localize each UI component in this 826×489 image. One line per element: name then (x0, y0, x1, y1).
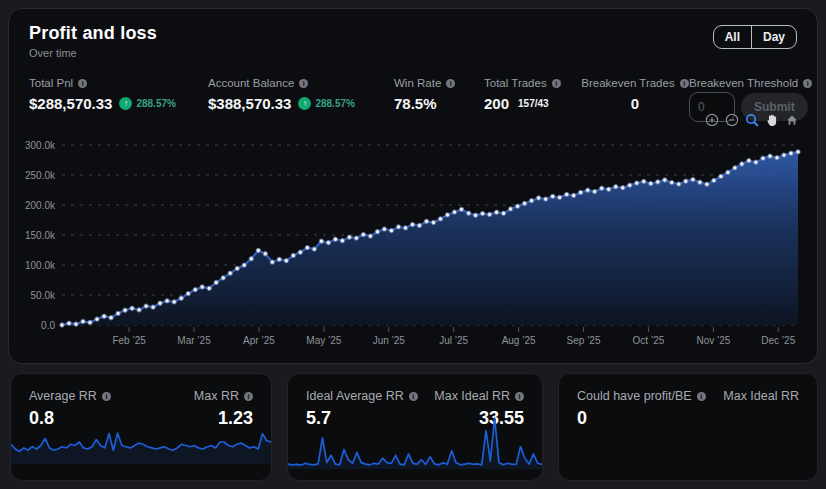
svg-text:Jul ’25: Jul ’25 (439, 335, 468, 346)
card-ideal-average-rr: Ideal Average RR 5.7 Max Ideal RR 33.55 (287, 373, 543, 481)
svg-text:250.0k: 250.0k (25, 170, 56, 181)
info-icon[interactable] (102, 392, 111, 401)
arrow-up-icon: ↑ (298, 97, 311, 110)
card-label-ideal-average-rr: Ideal Average RR (306, 389, 404, 403)
svg-text:May ’25: May ’25 (306, 335, 341, 346)
info-icon[interactable] (680, 79, 689, 88)
card-label-max-ideal-rr: Max Ideal RR (434, 389, 510, 403)
stat-total-trades: Total Trades 200 157/43 (484, 77, 561, 112)
pnl-change-badge: ↑ 288.57% (119, 97, 175, 110)
info-icon[interactable] (78, 79, 87, 88)
pnl-chart[interactable]: 300.0k250.0k200.0k150.0k100.0k50.0k0.0Fe… (21, 135, 802, 351)
svg-text:0.0: 0.0 (41, 320, 55, 331)
zoom-in-icon[interactable] (705, 113, 719, 127)
stat-value-breakeven-trades: 0 (631, 95, 639, 112)
stat-label-total-trades: Total Trades (484, 77, 547, 89)
selection-zoom-icon[interactable] (745, 113, 759, 127)
zoom-out-icon[interactable] (725, 113, 739, 127)
info-icon[interactable] (515, 392, 524, 401)
info-icon[interactable] (446, 79, 455, 88)
svg-text:Nov ’25: Nov ’25 (696, 335, 730, 346)
balance-change-percent: 288.57% (315, 98, 354, 109)
info-icon[interactable] (697, 392, 706, 401)
card-label-max-rr: Max RR (194, 389, 239, 403)
stat-label-breakeven-threshold: Breakeven Threshold (689, 77, 798, 89)
svg-text:Apr ’25: Apr ’25 (243, 335, 275, 346)
stat-account-balance: Account Balance $388,570.33 ↑ 288.57% (208, 77, 355, 112)
reset-home-icon[interactable] (785, 113, 799, 127)
stat-label-account-balance: Account Balance (208, 77, 294, 89)
svg-text:Mar ’25: Mar ’25 (177, 335, 211, 346)
svg-text:Jun ’25: Jun ’25 (373, 335, 406, 346)
info-icon[interactable] (299, 79, 308, 88)
range-day-button[interactable]: Day (751, 26, 796, 48)
card-could-have-profit: Could have profit/BE 0 Max Ideal RR (558, 373, 818, 481)
pnl-chart-svg[interactable]: 300.0k250.0k200.0k150.0k100.0k50.0k0.0Fe… (21, 135, 809, 351)
page-subtitle: Over time (29, 47, 157, 59)
range-toggle: All Day (713, 25, 797, 49)
info-icon[interactable] (803, 79, 812, 88)
stat-value-win-rate: 78.5% (394, 95, 437, 112)
trading-dashboard: Profit and loss Over time All Day Total … (0, 0, 826, 489)
stat-value-account-balance: $388,570.33 (208, 95, 291, 112)
panel-header: Profit and loss Over time All Day (9, 23, 817, 67)
range-all-button[interactable]: All (714, 26, 751, 48)
svg-text:50.0k: 50.0k (31, 290, 56, 301)
svg-text:Feb ’25: Feb ’25 (112, 335, 146, 346)
stat-value-total-pnl: $288,570.33 (29, 95, 112, 112)
arrow-up-icon: ↑ (119, 97, 132, 110)
stat-label-breakeven-trades: Breakeven Trades (581, 77, 674, 89)
balance-change-badge: ↑ 288.57% (298, 97, 354, 110)
wins-losses-ratio: 157/43 (518, 98, 549, 109)
svg-text:150.0k: 150.0k (25, 230, 56, 241)
info-icon[interactable] (409, 392, 418, 401)
card-value-max-rr: 1.23 (194, 408, 253, 429)
stat-label-total-pnl: Total Pnl (29, 77, 73, 89)
stat-win-rate: Win Rate 78.5% (394, 77, 455, 112)
title-block: Profit and loss Over time (29, 23, 157, 59)
stat-total-pnl: Total Pnl $288,570.33 ↑ 288.57% (29, 77, 176, 112)
card-average-rr: Average RR 0.8 Max RR 1.23 (10, 373, 272, 481)
stat-value-total-trades: 200 (484, 95, 509, 112)
info-icon[interactable] (552, 79, 561, 88)
svg-text:Oct ’25: Oct ’25 (633, 335, 665, 346)
card-value-average-rr: 0.8 (29, 408, 111, 429)
pnl-change-percent: 288.57% (136, 98, 175, 109)
chart-toolbar (705, 113, 799, 127)
average-rr-sparkline (11, 430, 271, 464)
stats-row: Total Pnl $288,570.33 ↑ 288.57% Account … (29, 77, 797, 127)
metrics-cards-row: Average RR 0.8 Max RR 1.23 (10, 373, 818, 481)
svg-text:Dec ’25: Dec ’25 (761, 335, 795, 346)
pan-hand-icon[interactable] (765, 113, 779, 127)
svg-text:100.0k: 100.0k (25, 260, 56, 271)
card-label-max-ideal-rr-2: Max Ideal RR (723, 389, 799, 403)
card-label-average-rr: Average RR (29, 389, 97, 403)
svg-text:Sep ’25: Sep ’25 (567, 335, 601, 346)
stat-breakeven-trades: Breakeven Trades 0 (581, 77, 689, 112)
ideal-rr-sparkline (288, 415, 542, 469)
svg-text:300.0k: 300.0k (25, 140, 56, 151)
info-icon[interactable] (244, 392, 253, 401)
svg-text:Aug ’25: Aug ’25 (502, 335, 536, 346)
stat-label-win-rate: Win Rate (394, 77, 441, 89)
card-value-could-have-profit: 0 (577, 408, 706, 429)
card-label-could-have-profit: Could have profit/BE (577, 389, 692, 403)
svg-text:200.0k: 200.0k (25, 200, 56, 211)
profit-loss-panel: Profit and loss Over time All Day Total … (8, 8, 818, 364)
page-title: Profit and loss (29, 23, 157, 44)
